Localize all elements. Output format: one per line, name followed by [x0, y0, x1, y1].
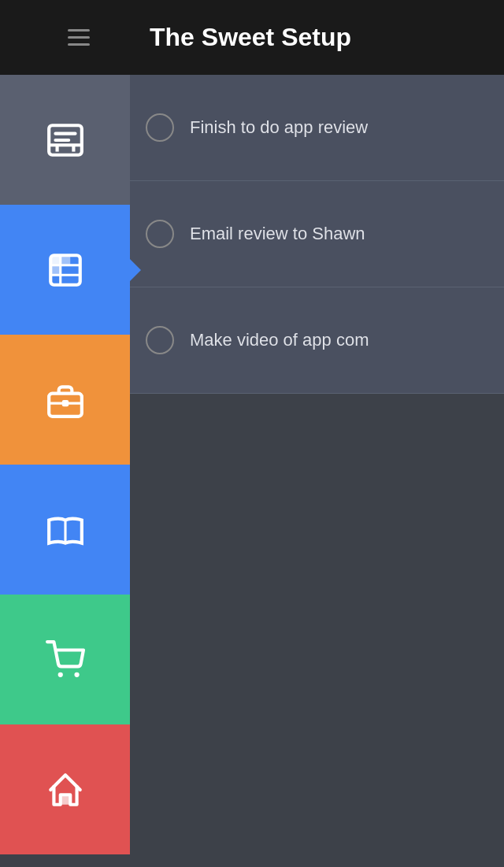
content-empty-area — [130, 394, 504, 867]
svg-rect-10 — [60, 255, 70, 265]
svg-rect-2 — [54, 132, 76, 135]
header: The Sweet Setup — [0, 0, 504, 75]
svg-rect-8 — [50, 255, 61, 265]
hamburger-line-2 — [68, 36, 90, 39]
sidebar-item-home[interactable] — [0, 724, 130, 854]
work-icon — [46, 380, 85, 420]
task-item[interactable]: Finish to do app review — [130, 75, 504, 181]
home-icon — [46, 770, 85, 810]
svg-rect-17 — [60, 795, 70, 805]
shopping-icon — [46, 640, 85, 680]
svg-point-15 — [57, 672, 62, 676]
main-layout: Finish to do app review Email review to … — [0, 75, 504, 867]
svg-point-16 — [74, 672, 79, 676]
svg-rect-3 — [54, 138, 70, 141]
sidebar-item-inbox[interactable] — [0, 75, 130, 205]
task-text-2: Email review to Shawn — [190, 223, 365, 246]
svg-rect-13 — [61, 400, 68, 406]
sidebar-item-work[interactable] — [0, 335, 130, 465]
sidebar — [0, 75, 130, 867]
task-checkbox-1[interactable] — [146, 113, 174, 142]
reading-icon — [46, 510, 85, 550]
menu-button[interactable] — [16, 29, 142, 46]
hamburger-line-1 — [68, 29, 90, 31]
sidebar-item-reading[interactable] — [0, 465, 130, 595]
sidebar-item-tasks[interactable] — [0, 205, 130, 335]
task-checkbox-2[interactable] — [146, 220, 174, 248]
task-list: Finish to do app review Email review to … — [130, 75, 504, 394]
task-item[interactable]: Email review to Shawn — [130, 181, 504, 287]
task-item[interactable]: Make video of app com — [130, 287, 504, 394]
hamburger-icon — [68, 29, 90, 46]
hamburger-line-3 — [68, 43, 90, 46]
inbox-icon — [46, 120, 85, 160]
task-checkbox-3[interactable] — [146, 326, 174, 354]
app-title: The Sweet Setup — [150, 23, 351, 52]
sidebar-item-shopping[interactable] — [0, 595, 130, 724]
tasks-icon — [46, 250, 85, 290]
task-text-3: Make video of app com — [190, 329, 369, 352]
task-text-1: Finish to do app review — [190, 117, 368, 139]
content-area: Finish to do app review Email review to … — [130, 75, 504, 867]
svg-rect-9 — [50, 265, 61, 275]
